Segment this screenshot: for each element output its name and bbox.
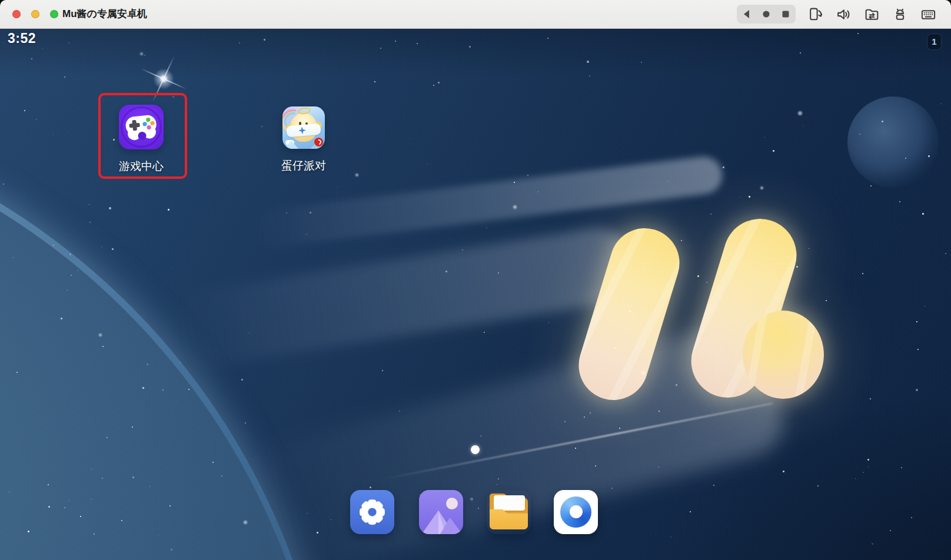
wallpaper-light-streak — [380, 402, 773, 481]
file-transfer-button[interactable] — [863, 5, 880, 23]
gear-icon — [355, 495, 389, 529]
mumu-logo-bar — [570, 219, 689, 408]
file-transfer-icon — [864, 6, 880, 22]
titlebar-toolbar — [737, 0, 937, 28]
netease-seal-icon — [314, 138, 323, 146]
back-icon — [740, 8, 753, 21]
wallpaper-light-streak — [174, 223, 639, 370]
keyboard-button[interactable] — [919, 5, 937, 23]
wallpaper-small-planet — [847, 96, 939, 188]
dock-file-manager[interactable] — [487, 490, 531, 534]
android-screen: 3:52 1 — [0, 29, 951, 560]
android-system-button[interactable] — [891, 5, 909, 23]
dock-settings[interactable] — [350, 490, 394, 534]
rotate-screen-button[interactable] — [806, 5, 824, 23]
moon-icon — [446, 498, 458, 509]
selection-highlight-box — [98, 93, 187, 179]
mumu-logo-bar — [682, 210, 806, 407]
app-eggy-party[interactable]: 蛋仔派对 — [268, 106, 339, 174]
eggy-party-icon — [282, 106, 325, 149]
dock-browser[interactable] — [554, 490, 598, 534]
app-label: 蛋仔派对 — [281, 158, 326, 174]
window-title: Mu酱の专属安卓机 — [62, 0, 147, 28]
rotate-screen-icon — [807, 6, 823, 22]
zoom-button[interactable] — [50, 10, 58, 18]
document-icon — [494, 495, 525, 511]
android-nav-group — [737, 5, 796, 24]
mumu-logo-dot — [743, 311, 824, 399]
star-sparkle — [150, 65, 177, 92]
titlebar: Mu酱の专属安卓机 — [0, 0, 951, 29]
volume-button[interactable] — [834, 5, 852, 23]
status-clock: 3:52 — [8, 31, 36, 46]
dock-gallery[interactable] — [419, 490, 463, 534]
notification-badge: 1 — [927, 34, 941, 49]
mumu-logo — [577, 209, 836, 427]
home-button[interactable] — [757, 5, 775, 23]
keyboard-icon — [920, 6, 936, 22]
emulator-window: Mu酱の专属安卓机 — [0, 0, 951, 560]
recents-button[interactable] — [777, 5, 794, 23]
volume-icon — [836, 6, 852, 22]
home-icon — [760, 8, 773, 21]
browser-swirl-icon — [560, 496, 591, 528]
page-indicator-dot — [471, 445, 480, 454]
traffic-lights — [12, 10, 58, 18]
minimize-button[interactable] — [31, 10, 39, 18]
back-button[interactable] — [738, 5, 756, 23]
recents-icon — [779, 8, 792, 21]
close-button[interactable] — [12, 10, 21, 18]
android-icon — [892, 6, 908, 22]
